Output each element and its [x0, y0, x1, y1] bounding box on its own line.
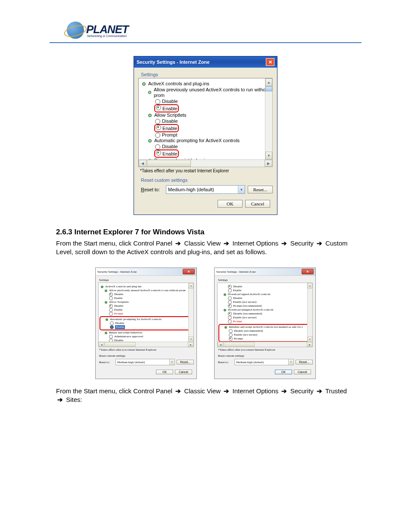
- settings-listbox[interactable]: Disable Enable Download signed ActiveX c…: [217, 283, 313, 347]
- dialog-titlebar[interactable]: Security Settings - Internet Zone ✕: [96, 268, 196, 276]
- ok-button[interactable]: OK: [218, 200, 243, 208]
- horizontal-scrollbar[interactable]: ◀▶: [99, 342, 193, 347]
- radio-disable-rec[interactable]: Disable (recommended): [219, 312, 311, 316]
- reset-header: Reset custom settings: [99, 354, 194, 358]
- radio-admin[interactable]: Administrator approved: [100, 335, 192, 339]
- scroll-down-icon[interactable]: ▼: [265, 152, 272, 159]
- reset-level-combobox[interactable]: Medium-high (default)▼: [234, 359, 294, 365]
- arrow-right-icon: ➔: [281, 240, 287, 247]
- scroll-left-icon[interactable]: ◀: [218, 342, 223, 347]
- arrow-right-icon: ➔: [224, 240, 229, 247]
- chevron-down-icon: ▼: [169, 359, 174, 365]
- svg-point-14: [105, 301, 107, 304]
- gear-icon: [141, 81, 146, 87]
- paragraph-1: From the Start menu, click Control Panel…: [56, 239, 359, 256]
- scroll-thumb[interactable]: [105, 342, 136, 347]
- cancel-button[interactable]: Cancel: [245, 200, 270, 208]
- radio-enable[interactable]: Enable: [141, 124, 271, 132]
- horizontal-scrollbar[interactable]: ◀ ▶: [139, 159, 272, 167]
- radio-prompt[interactable]: Prompt: [100, 312, 192, 316]
- dialog-title: Security Settings - Internet Zone: [137, 59, 209, 65]
- radio-icon: [229, 329, 233, 333]
- logo-globe-icon: [67, 22, 84, 39]
- category-item: Allow Scriptlets: [100, 300, 192, 304]
- security-settings-dialog-right: Security Settings - Internet Zone ✕ Sett…: [214, 268, 316, 379]
- scroll-up-icon[interactable]: ▲: [265, 78, 272, 86]
- close-icon: ✕: [268, 60, 272, 65]
- radio-enable[interactable]: Enable: [219, 289, 311, 292]
- arrow-right-icon: ➔: [175, 240, 181, 247]
- scroll-left-icon[interactable]: ◀: [139, 160, 146, 167]
- svg-point-13: [105, 289, 107, 292]
- scroll-thumb[interactable]: [224, 342, 255, 347]
- close-button[interactable]: ✕: [266, 58, 274, 66]
- radio-icon: [228, 316, 232, 320]
- combo-value: Medium-high (default): [168, 187, 214, 192]
- scroll-left-icon[interactable]: ◀: [99, 342, 104, 347]
- radio-enable[interactable]: Enable: [100, 308, 192, 312]
- gear-icon: [224, 326, 227, 329]
- radio-disable[interactable]: Disable: [100, 304, 192, 308]
- vertical-scrollbar[interactable]: ▲▼: [188, 283, 193, 342]
- chevron-down-icon: ▼: [288, 359, 293, 365]
- close-button[interactable]: ✕: [302, 269, 314, 274]
- settings-listbox[interactable]: ActiveX controls and plug-ins Allow prev…: [98, 283, 194, 347]
- settings-label: Settings: [141, 72, 273, 77]
- restart-note: *Takes effect after you restart Internet…: [140, 168, 273, 173]
- radio-disable[interactable]: Disable: [101, 321, 191, 325]
- scroll-thumb[interactable]: [147, 160, 191, 167]
- radio-icon: [109, 312, 113, 316]
- radio-disable-rec[interactable]: Disable (recommended): [220, 329, 310, 333]
- radio-disable[interactable]: Disable: [219, 285, 311, 289]
- reset-header: Reset custom settings: [218, 354, 313, 358]
- radio-enable[interactable]: Enable: [141, 104, 271, 112]
- radio-icon: [109, 308, 113, 312]
- radio-icon: [228, 312, 232, 316]
- settings-listbox[interactable]: ActiveX controls and plug-ins Allow prev…: [138, 78, 273, 167]
- radio-icon: [109, 292, 113, 296]
- vertical-scrollbar[interactable]: ▲ ▼: [265, 78, 272, 159]
- radio-disable[interactable]: Disable: [219, 296, 311, 300]
- dialog-titlebar[interactable]: Security Settings - Internet Zone ✕: [134, 56, 277, 68]
- dialog-titlebar[interactable]: Security Settings - Internet Zone ✕: [215, 268, 315, 276]
- cancel-button[interactable]: Cancel: [294, 370, 311, 374]
- radio-disable[interactable]: Disable: [141, 144, 271, 149]
- radio-disable[interactable]: Disable: [141, 99, 271, 104]
- svg-point-3: [149, 92, 150, 93]
- ok-button[interactable]: OK: [275, 370, 292, 374]
- radio-prompt[interactable]: Prompt: [219, 320, 311, 324]
- scroll-right-icon[interactable]: ▶: [188, 342, 193, 347]
- radio-disable[interactable]: Disable: [141, 118, 271, 124]
- svg-point-19: [224, 309, 226, 311]
- radio-enable[interactable]: Enable: [101, 325, 191, 329]
- scroll-right-icon[interactable]: ▶: [307, 342, 312, 347]
- svg-point-20: [224, 326, 227, 329]
- radio-icon: [156, 150, 161, 156]
- ok-button[interactable]: OK: [156, 370, 173, 374]
- category-auto-prompt: Automatic prompting for ActiveX controls: [141, 138, 271, 143]
- radio-prompt[interactable]: Prompt: [141, 132, 271, 138]
- scroll-right-icon[interactable]: ▶: [265, 160, 272, 167]
- radio-prompt[interactable]: Prompt: [220, 337, 310, 341]
- category-item: Binary and script behaviors: [100, 331, 192, 335]
- radio-icon: [110, 321, 114, 325]
- reset-level-combobox[interactable]: Medium-high (default) ▼: [166, 185, 245, 194]
- close-button[interactable]: ✕: [183, 269, 195, 274]
- scroll-up-icon[interactable]: ▲: [308, 283, 312, 289]
- radio-enable[interactable]: Enable: [141, 149, 271, 158]
- horizontal-scrollbar[interactable]: ◀▶: [218, 342, 312, 347]
- reset-button[interactable]: Reset...: [248, 186, 273, 193]
- radio-prompt-rec[interactable]: Prompt (recommended): [219, 304, 311, 308]
- reset-button[interactable]: Reset...: [296, 360, 313, 364]
- vertical-scrollbar[interactable]: ▲▼: [307, 283, 312, 342]
- cancel-button[interactable]: Cancel: [175, 370, 192, 374]
- scroll-up-icon[interactable]: ▲: [189, 283, 193, 289]
- radio-enable-ns[interactable]: Enable (not secure): [220, 333, 310, 337]
- category-activex: ActiveX controls and plug-ins: [100, 285, 192, 289]
- radio-enable[interactable]: Enable: [100, 296, 192, 300]
- reset-button[interactable]: Reset...: [177, 360, 194, 364]
- radio-enable-ns[interactable]: Enable (not secure): [219, 316, 311, 320]
- radio-disable[interactable]: Disable: [100, 292, 192, 296]
- reset-level-combobox[interactable]: Medium-high (default)▼: [115, 359, 175, 365]
- radio-enable-ns[interactable]: Enable (not secure): [219, 300, 311, 304]
